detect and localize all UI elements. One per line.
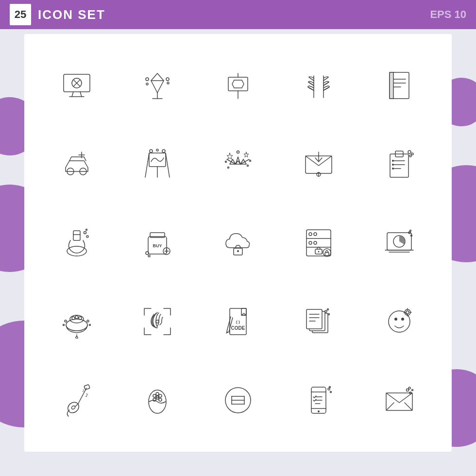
svg-point-150 [159, 394, 162, 397]
svg-point-89 [309, 241, 312, 244]
svg-point-50 [247, 165, 249, 167]
svg-line-1 [72, 92, 73, 97]
svg-line-172 [386, 403, 394, 410]
fruit-bowl-icon-cell [39, 285, 115, 358]
code-document-icon: { } CODE [221, 305, 255, 339]
guitar-icon: ♪ ♪ [60, 383, 94, 417]
svg-point-12 [166, 78, 169, 81]
svg-point-141 [71, 405, 76, 410]
svg-rect-31 [390, 72, 393, 99]
svg-text:♪: ♪ [82, 388, 85, 393]
svg-point-67 [411, 153, 413, 155]
email-download-icon [302, 147, 336, 181]
svg-point-105 [75, 316, 78, 319]
svg-marker-46 [227, 153, 233, 159]
svg-marker-16 [232, 80, 244, 88]
svg-point-174 [407, 389, 409, 391]
email-dots-icon-cell [361, 363, 437, 437]
buy-jar-icon: BUY [140, 226, 174, 260]
svg-rect-143 [84, 385, 90, 390]
svg-text:CODE: CODE [231, 325, 245, 331]
header: 25 ICON SET EPS 10 [0, 0, 476, 29]
svg-point-169 [330, 391, 332, 393]
svg-point-164 [318, 410, 320, 412]
svg-point-14 [167, 82, 169, 84]
svg-line-144 [75, 404, 78, 407]
svg-point-102 [66, 319, 87, 331]
svg-line-115 [227, 317, 231, 331]
svg-text:{  }: { } [236, 320, 240, 324]
svg-point-81 [148, 255, 150, 257]
icon-card: BUY [24, 34, 452, 452]
plant-leaves-icon [302, 68, 336, 102]
code-document-icon-cell: { } CODE [200, 285, 276, 358]
svg-point-11 [146, 78, 149, 81]
svg-point-149 [153, 394, 156, 397]
svg-point-110 [87, 320, 89, 322]
clipboard-list-icon [382, 147, 416, 181]
fingerprint-scan-icon-cell [119, 285, 195, 358]
cloud-lock-icon [221, 226, 255, 260]
svg-point-130 [327, 309, 329, 310]
svg-point-132 [394, 318, 397, 321]
svg-line-39 [166, 153, 170, 177]
svg-point-151 [156, 392, 159, 395]
svg-point-65 [408, 151, 411, 153]
svg-point-109 [65, 320, 67, 322]
clipboard-list-icon-cell [361, 127, 437, 201]
plant-leaves-icon-cell [281, 49, 357, 122]
svg-point-170 [329, 387, 331, 388]
svg-point-177 [412, 390, 413, 391]
svg-point-112 [89, 324, 91, 326]
svg-point-128 [325, 310, 327, 312]
svg-point-51 [225, 161, 227, 163]
easter-egg-icon-cell [119, 363, 195, 437]
signboard-icon [221, 68, 255, 102]
laptop-chart-icon-cell [361, 206, 437, 280]
svg-point-88 [314, 233, 317, 236]
svg-line-173 [405, 403, 412, 410]
svg-point-131 [389, 311, 410, 332]
car-plus-icon [60, 147, 94, 181]
monitor-x-icon-cell [39, 49, 115, 122]
svg-point-90 [314, 241, 317, 244]
easter-egg-icon [140, 383, 174, 417]
book-icon [382, 68, 416, 102]
chemistry-flask-icon-cell [39, 206, 115, 280]
svg-point-153 [159, 398, 162, 401]
svg-point-83 [237, 250, 239, 252]
menu-circle-icon [221, 383, 255, 417]
svg-marker-47 [244, 152, 249, 157]
svg-point-152 [153, 398, 156, 401]
menu-circle-icon-cell [200, 363, 276, 437]
book-icon-cell [361, 49, 437, 122]
svg-line-38 [145, 153, 149, 177]
svg-rect-15 [228, 77, 248, 91]
monitor-x-icon [60, 68, 94, 102]
svg-point-154 [156, 396, 158, 398]
mobile-checklist-icon [302, 383, 336, 417]
svg-point-168 [328, 388, 330, 390]
svg-point-68 [67, 246, 86, 256]
email-download-icon-cell [281, 127, 357, 201]
signboard-icon-cell [200, 49, 276, 122]
easel-painting-icon [140, 147, 174, 181]
svg-point-48 [237, 151, 239, 153]
svg-marker-7 [151, 73, 164, 93]
icons-grid: BUY [39, 49, 437, 437]
svg-point-72 [86, 236, 88, 238]
svg-point-40 [150, 150, 153, 153]
svg-point-101 [410, 230, 411, 232]
svg-marker-120 [241, 313, 246, 315]
mobile-checklist-icon-cell [281, 363, 357, 437]
svg-point-13 [146, 83, 148, 85]
svg-point-133 [401, 318, 404, 321]
mind-face-icon-cell [361, 285, 437, 358]
documents-stack-icon [302, 305, 336, 339]
stars-celebration-icon-cell [200, 127, 276, 201]
cloud-lock-icon-cell [200, 206, 276, 280]
svg-point-135 [406, 311, 409, 314]
svg-point-113 [156, 320, 159, 323]
svg-marker-117 [226, 331, 229, 334]
guitar-icon-cell: ♪ ♪ [39, 363, 115, 437]
